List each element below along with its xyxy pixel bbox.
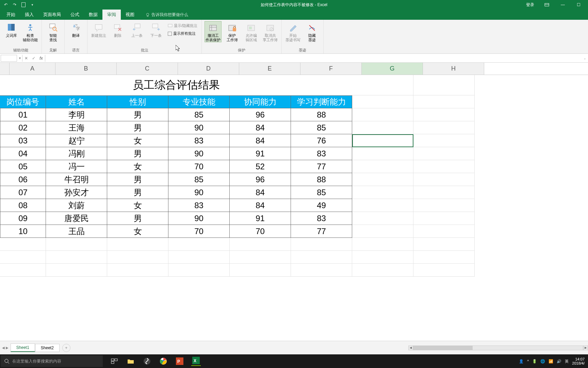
- cell[interactable]: [413, 238, 475, 251]
- sheet-tab-2[interactable]: Sheet2: [35, 344, 60, 352]
- undo-icon[interactable]: ↶: [3, 2, 8, 7]
- cell[interactable]: [46, 238, 107, 251]
- cell[interactable]: [230, 251, 291, 264]
- data-cell[interactable]: 83: [291, 147, 352, 160]
- col-header-E[interactable]: E: [239, 63, 300, 75]
- col-header-A[interactable]: A: [10, 63, 55, 75]
- excel-icon[interactable]: X: [191, 356, 201, 366]
- ribbon-options-icon[interactable]: [544, 3, 550, 6]
- hide-ink-button[interactable]: 隐藏 墨迹: [304, 21, 321, 42]
- cell[interactable]: [107, 238, 168, 251]
- data-cell[interactable]: 85: [291, 121, 352, 134]
- data-cell[interactable]: 刘蔚: [46, 199, 107, 212]
- col-header-C[interactable]: C: [117, 63, 178, 75]
- data-cell[interactable]: 男: [107, 173, 168, 186]
- data-cell[interactable]: 96: [230, 173, 291, 186]
- hscroll-track[interactable]: [413, 346, 583, 350]
- data-cell[interactable]: 49: [291, 199, 352, 212]
- data-cell[interactable]: 77: [291, 225, 352, 238]
- protect-workbook-button[interactable]: 保护 工作簿: [224, 21, 241, 42]
- data-cell[interactable]: 88: [291, 173, 352, 186]
- tab-review[interactable]: 审阅: [102, 10, 121, 20]
- maximize-button[interactable]: ☐: [576, 2, 581, 7]
- cell[interactable]: [413, 199, 475, 212]
- header-cell[interactable]: 姓名: [46, 95, 107, 108]
- cell[interactable]: [352, 75, 413, 95]
- cell[interactable]: [352, 238, 413, 251]
- data-cell[interactable]: 女: [107, 160, 168, 173]
- fx-icon[interactable]: fx: [37, 56, 45, 61]
- hscroll-left-arrow[interactable]: ◀: [408, 346, 413, 350]
- data-cell[interactable]: 01: [0, 108, 46, 121]
- cell[interactable]: [413, 251, 475, 264]
- data-cell[interactable]: 85: [168, 173, 230, 186]
- taskbar-search[interactable]: 在这里输入你要搜索的内容: [1, 355, 103, 367]
- data-cell[interactable]: 83: [168, 134, 230, 147]
- cell[interactable]: [352, 134, 413, 147]
- volume-icon[interactable]: 🔊: [557, 359, 561, 364]
- col-header-G[interactable]: G: [362, 63, 423, 75]
- grid-body[interactable]: 员工综合评估结果 岗位编号姓名性别专业技能协同能力学习判断能力01李明男8596…: [0, 75, 588, 277]
- data-cell[interactable]: 男: [107, 147, 168, 160]
- cell[interactable]: [413, 121, 475, 134]
- data-cell[interactable]: 91: [230, 147, 291, 160]
- cell[interactable]: [0, 251, 46, 264]
- tell-me-search[interactable]: 告诉我你想要做什么: [142, 10, 192, 20]
- name-box[interactable]: [1, 55, 17, 62]
- cell[interactable]: [352, 147, 413, 160]
- cell[interactable]: [413, 212, 475, 225]
- data-cell[interactable]: 84: [230, 199, 291, 212]
- col-header-D[interactable]: D: [178, 63, 239, 75]
- data-cell[interactable]: 男: [107, 121, 168, 134]
- cell[interactable]: [107, 251, 168, 264]
- translate-button[interactable]: a字 翻译: [67, 21, 84, 38]
- data-cell[interactable]: 83: [168, 199, 230, 212]
- data-cell[interactable]: 91: [230, 212, 291, 225]
- cell[interactable]: [352, 251, 413, 264]
- header-cell[interactable]: 专业技能: [168, 95, 230, 108]
- qat-dropdown-icon[interactable]: ▼: [30, 2, 35, 7]
- hscroll-thumb[interactable]: [413, 346, 473, 350]
- tab-insert[interactable]: 插入: [20, 10, 38, 20]
- cell[interactable]: [413, 186, 475, 199]
- cell[interactable]: [168, 264, 230, 277]
- data-cell[interactable]: 男: [107, 212, 168, 225]
- data-cell[interactable]: 男: [107, 108, 168, 121]
- data-cell[interactable]: 06: [0, 173, 46, 186]
- cell[interactable]: [413, 160, 475, 173]
- cell[interactable]: [352, 212, 413, 225]
- data-cell[interactable]: 女: [107, 199, 168, 212]
- minimize-button[interactable]: —: [560, 2, 566, 7]
- cell[interactable]: [168, 238, 230, 251]
- data-cell[interactable]: 70: [230, 225, 291, 238]
- cell[interactable]: [413, 75, 475, 95]
- header-cell[interactable]: 学习判断能力: [291, 95, 352, 108]
- data-cell[interactable]: 52: [230, 160, 291, 173]
- cell[interactable]: [413, 108, 475, 121]
- cell[interactable]: [291, 264, 352, 277]
- cell[interactable]: [352, 160, 413, 173]
- data-cell[interactable]: 05: [0, 160, 46, 173]
- cell[interactable]: [352, 264, 413, 277]
- data-cell[interactable]: 赵宁: [46, 134, 107, 147]
- redo-icon[interactable]: ↷: [12, 2, 17, 7]
- data-cell[interactable]: 08: [0, 199, 46, 212]
- thesaurus-button[interactable]: 义词库: [3, 21, 20, 38]
- data-cell[interactable]: 90: [168, 212, 230, 225]
- cell[interactable]: [0, 264, 46, 277]
- cancel-formula-icon[interactable]: ✕: [22, 56, 30, 61]
- ime-indicator[interactable]: 英: [565, 359, 569, 364]
- data-cell[interactable]: 90: [168, 186, 230, 199]
- formula-input[interactable]: [45, 55, 582, 62]
- data-cell[interactable]: 冯刚: [46, 147, 107, 160]
- data-cell[interactable]: 96: [230, 108, 291, 121]
- data-cell[interactable]: 孙安才: [46, 186, 107, 199]
- data-cell[interactable]: 唐爱民: [46, 212, 107, 225]
- name-box-dropdown[interactable]: ▼: [18, 55, 22, 62]
- file-explorer-icon[interactable]: [126, 356, 135, 366]
- col-header-H[interactable]: H: [423, 63, 484, 75]
- data-cell[interactable]: 85: [168, 108, 230, 121]
- data-cell[interactable]: 04: [0, 147, 46, 160]
- sogou-icon[interactable]: [142, 356, 152, 366]
- cell[interactable]: [413, 225, 475, 238]
